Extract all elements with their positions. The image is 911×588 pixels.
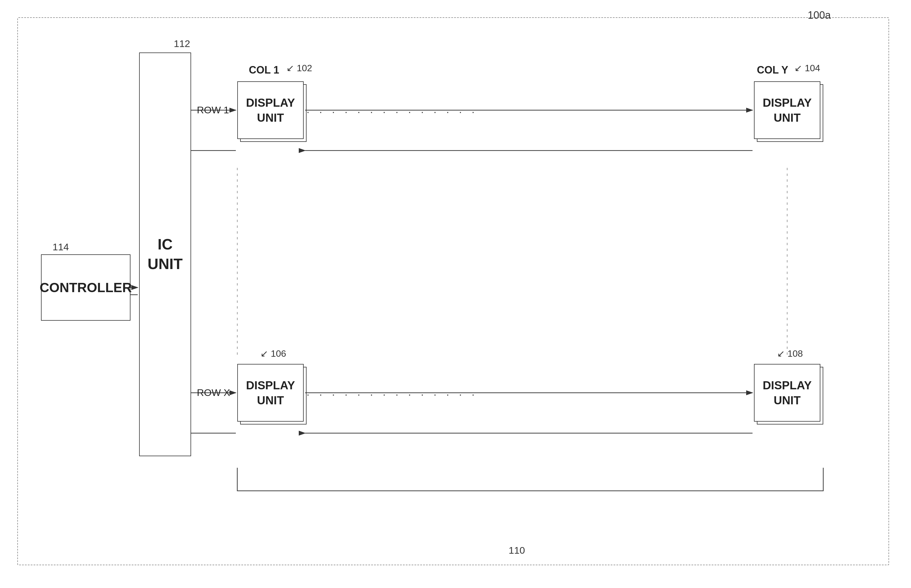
dots-row1: · · · · · · · · · · · · · · <box>306 106 478 118</box>
controller-box: CONTROLLER <box>41 254 130 321</box>
col1-label: COL 1 <box>249 64 279 76</box>
ic-unit-label: ICUNIT <box>148 235 182 274</box>
display-unit-108: DISPLAYUNIT <box>754 364 820 422</box>
ic-unit-box: ICUNIT <box>139 52 191 456</box>
ref-106: ↙ 106 <box>260 348 286 359</box>
ref-112: 112 <box>174 38 190 49</box>
ref-114: 114 <box>52 241 69 253</box>
rowx-label: ROW X <box>197 387 230 398</box>
ref-104: ↙ 104 <box>794 63 820 74</box>
display-label-104: DISPLAYUNIT <box>763 95 812 125</box>
ref-110: 110 <box>509 545 525 556</box>
display-label-108: DISPLAYUNIT <box>763 378 812 408</box>
controller-label: CONTROLLER <box>39 280 131 295</box>
display-label-102: DISPLAYUNIT <box>246 95 295 125</box>
diagram-boundary: 100a <box>17 17 889 565</box>
display-unit-102: DISPLAYUNIT <box>237 81 304 139</box>
ref-102: ↙ 102 <box>286 63 312 74</box>
display-label-106: DISPLAYUNIT <box>246 378 295 408</box>
row1-label: ROW 1 <box>197 104 229 116</box>
dots-rowx: · · · · · · · · · · · · · · <box>306 388 478 401</box>
ref-108: ↙ 108 <box>777 348 803 359</box>
coly-label: COL Y <box>757 64 788 76</box>
display-unit-106: DISPLAYUNIT <box>237 364 304 422</box>
display-unit-104: DISPLAYUNIT <box>754 81 820 139</box>
